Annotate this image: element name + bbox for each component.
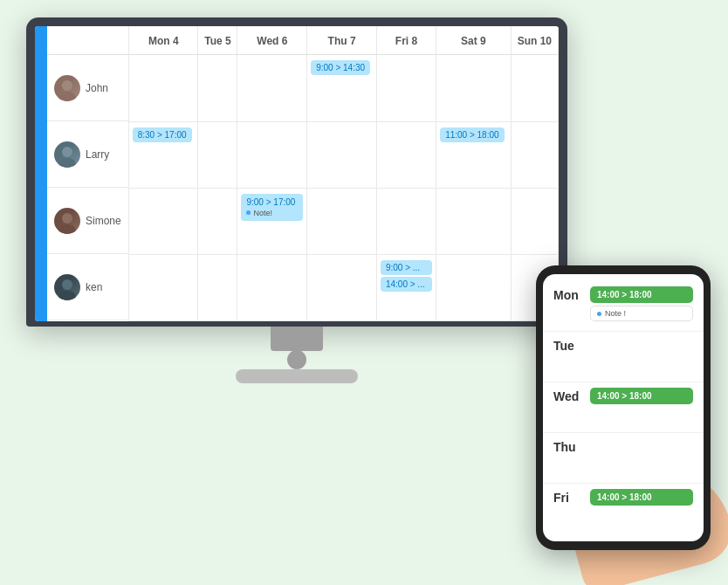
- john-wed: [237, 55, 307, 122]
- phone-note-mon: Note !: [590, 306, 693, 321]
- monitor-stand-button: [287, 350, 306, 369]
- note-dot: [246, 210, 251, 215]
- simone-thu: [307, 188, 377, 254]
- monitor: Mon 4 Tue 5 Wed 6 Thu 7 Fri 8 Sat 9 Sun …: [26, 17, 567, 383]
- larry-tue: [198, 121, 237, 188]
- simone-wed: 9:00 > 17:00 Note!: [237, 188, 307, 254]
- larry-fri: [376, 121, 436, 188]
- row-john: John 9:00 > 14:30: [47, 55, 559, 122]
- avatar-john: [54, 75, 80, 101]
- col-header-thu: Thu 7: [307, 26, 377, 55]
- john-thu-event[interactable]: 9:00 > 14:30: [311, 60, 370, 75]
- svg-point-3: [58, 158, 76, 168]
- john-thu: 9:00 > 14:30: [307, 55, 377, 122]
- simone-tue: [198, 188, 237, 254]
- john-sat: [436, 55, 512, 122]
- monitor-stand-base: [236, 369, 358, 383]
- col-header-fri: Fri 8: [376, 26, 436, 55]
- simone-sat: [436, 188, 512, 254]
- larry-sun: [511, 121, 558, 188]
- phone-row-tue: Tue: [543, 332, 704, 382]
- larry-wed: [237, 121, 307, 188]
- phone-events-mon: 14:00 > 18:00 Note !: [590, 286, 693, 321]
- svg-point-7: [58, 291, 76, 300]
- simone-fri: [376, 188, 436, 254]
- larry-sat-event[interactable]: 11:00 > 18:00: [440, 127, 504, 142]
- col-header-mon: Mon 4: [129, 26, 198, 55]
- phone-row-fri: Fri 14:00 > 18:00: [543, 484, 704, 534]
- phone-day-thu: Thu: [553, 438, 581, 454]
- phone-row-wed: Wed 14:00 > 18:00: [543, 382, 704, 433]
- phone-day-fri: Fri: [553, 489, 581, 505]
- simone-sun: [511, 188, 558, 254]
- ken-fri-event1[interactable]: 9:00 > ...: [381, 260, 432, 275]
- svg-point-6: [62, 279, 72, 290]
- avatar-simone: [54, 208, 80, 234]
- col-header-sun: Sun 10: [511, 26, 558, 55]
- svg-point-5: [58, 224, 76, 234]
- calendar-table: Mon 4 Tue 5 Wed 6 Thu 7 Fri 8 Sat 9 Sun …: [47, 26, 559, 321]
- person-cell-john: John: [47, 55, 129, 121]
- person-cell-larry: Larry: [47, 121, 129, 188]
- phone-day-tue: Tue: [553, 337, 581, 353]
- ken-fri-event2[interactable]: 14:00 > ...: [381, 277, 432, 292]
- ken-tue: [198, 254, 237, 320]
- phone-chip-fri[interactable]: 14:00 > 18:00: [590, 489, 693, 506]
- svg-point-2: [62, 147, 72, 157]
- larry-mon-event[interactable]: 8:30 > 17:00: [133, 127, 192, 142]
- phone-events-wed: 14:00 > 18:00: [590, 388, 693, 404]
- person-name-simone: Simone: [86, 215, 121, 227]
- calendar-area: Mon 4 Tue 5 Wed 6 Thu 7 Fri 8 Sat 9 Sun …: [47, 26, 559, 321]
- simone-wed-event[interactable]: 9:00 > 17:00 Note!: [241, 194, 303, 221]
- col-header-wed: Wed 6: [237, 26, 307, 55]
- person-cell-ken: ken: [47, 254, 129, 320]
- person-name-larry: Larry: [86, 148, 109, 161]
- ken-thu: [307, 254, 377, 320]
- svg-point-0: [62, 80, 72, 91]
- john-fri: [376, 55, 436, 122]
- john-sun: [511, 55, 558, 122]
- phone-day-mon: Mon: [553, 286, 581, 302]
- phone: Mon 14:00 > 18:00 Note ! Tue Wed 14:0: [536, 265, 711, 550]
- ken-sat: [436, 254, 512, 320]
- phone-note-text-mon: Note !: [605, 309, 626, 318]
- john-mon: [129, 55, 198, 122]
- col-header-sat: Sat 9: [436, 26, 512, 55]
- phone-screen: Mon 14:00 > 18:00 Note ! Tue Wed 14:0: [543, 274, 704, 541]
- ken-mon: [129, 254, 198, 320]
- phone-events-fri: 14:00 > 18:00: [590, 489, 693, 506]
- phone-row-mon: Mon 14:00 > 18:00 Note !: [543, 281, 704, 332]
- larry-mon: 8:30 > 17:00: [129, 121, 198, 188]
- avatar-ken: [54, 274, 80, 300]
- person-name-john: John: [86, 82, 108, 94]
- simone-mon: [129, 188, 198, 254]
- john-tue: [198, 55, 237, 122]
- monitor-bezel: Mon 4 Tue 5 Wed 6 Thu 7 Fri 8 Sat 9 Sun …: [26, 17, 567, 327]
- phone-bezel: Mon 14:00 > 18:00 Note ! Tue Wed 14:0: [536, 265, 711, 550]
- phone-chip-mon[interactable]: 14:00 > 18:00: [590, 286, 693, 303]
- phone-day-wed: Wed: [553, 388, 581, 403]
- monitor-screen: Mon 4 Tue 5 Wed 6 Thu 7 Fri 8 Sat 9 Sun …: [35, 26, 559, 321]
- row-ken: ken 9:00 > ... 14:00 > ...: [47, 254, 559, 320]
- row-simone: Simone 9:00 > 17:00 Note!: [47, 188, 559, 254]
- simone-note-text: Note!: [253, 209, 272, 217]
- col-header-empty: [47, 26, 129, 55]
- larry-sat: 11:00 > 18:00: [436, 121, 512, 188]
- monitor-stand-neck: [271, 327, 323, 351]
- ken-wed: [237, 254, 307, 320]
- avatar-larry: [54, 141, 80, 168]
- row-larry: Larry 8:30 > 17:00 11:00 > 18:00: [47, 121, 559, 188]
- col-header-tue: Tue 5: [198, 26, 237, 55]
- person-cell-simone: Simone: [47, 188, 129, 254]
- svg-point-1: [58, 92, 76, 101]
- larry-thu: [307, 121, 377, 188]
- sidebar-blue: [35, 26, 47, 321]
- person-name-ken: ken: [86, 281, 102, 293]
- phone-chip-wed[interactable]: 14:00 > 18:00: [590, 388, 693, 404]
- phone-row-thu: Thu: [543, 433, 704, 484]
- svg-point-4: [62, 213, 72, 224]
- ken-fri: 9:00 > ... 14:00 > ...: [376, 254, 436, 320]
- phone-note-dot-mon: [597, 312, 601, 316]
